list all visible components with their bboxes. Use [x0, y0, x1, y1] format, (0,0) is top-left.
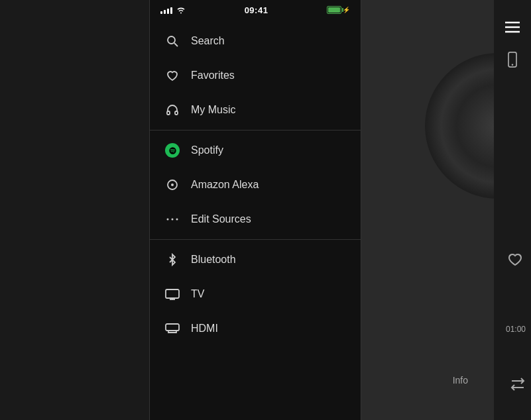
battery-icon: ⚡ — [327, 6, 350, 14]
svg-rect-2 — [167, 111, 170, 115]
device-button[interactable] — [504, 49, 521, 70]
menu-item-spotify[interactable]: Spotify — [150, 133, 361, 168]
svg-point-6 — [167, 219, 169, 221]
menu-item-hdmi[interactable]: HDMI — [150, 311, 361, 346]
spotify-icon — [163, 141, 182, 160]
menu-item-search[interactable]: Search — [150, 24, 361, 58]
info-button[interactable]: Info — [453, 375, 468, 386]
menu-label-editsources: Edit Sources — [191, 213, 251, 225]
favorite-button[interactable] — [507, 252, 523, 266]
menu-label-tv: TV — [191, 288, 204, 300]
menu-label-amazonalexa: Amazon Alexa — [191, 179, 259, 191]
signal-icon — [160, 6, 172, 14]
menu-item-mymusic[interactable]: My Music — [150, 93, 361, 127]
svg-point-0 — [168, 36, 175, 44]
menu-label-bluetooth: Bluetooth — [191, 254, 236, 266]
status-left — [160, 6, 186, 14]
svg-line-1 — [174, 43, 178, 46]
menu-label-search: Search — [191, 35, 225, 47]
charging-icon: ⚡ — [343, 7, 350, 13]
svg-rect-12 — [166, 324, 179, 331]
menu-item-editsources[interactable]: Edit Sources — [150, 202, 361, 236]
heart-icon — [163, 66, 182, 85]
nav-panel — [494, 0, 531, 420]
menu-list: Search Favorites My Music — [150, 19, 361, 351]
hamburger-button[interactable] — [502, 19, 522, 36]
headphone-icon — [163, 101, 182, 119]
hdmi-icon — [163, 319, 182, 338]
time-remaining: 01:00 — [506, 325, 526, 334]
menu-label-favorites: Favorites — [191, 70, 235, 81]
status-bar: 09:41 ⚡ — [150, 0, 361, 19]
menu-label-spotify: Spotify — [191, 144, 223, 156]
menu-label-hdmi: HDMI — [191, 323, 218, 335]
svg-rect-3 — [175, 111, 178, 115]
divider-2 — [150, 239, 361, 240]
svg-rect-9 — [166, 289, 179, 298]
phone-frame: 09:41 ⚡ Search — [149, 0, 361, 420]
wifi-icon — [176, 6, 186, 14]
svg-point-5 — [171, 184, 174, 186]
repeat-button[interactable] — [510, 378, 526, 391]
bluetooth-icon — [163, 250, 182, 269]
svg-point-8 — [176, 219, 178, 221]
divider-1 — [150, 130, 361, 131]
menu-label-mymusic: My Music — [191, 104, 236, 116]
status-right: ⚡ — [327, 6, 350, 14]
svg-point-7 — [172, 219, 174, 221]
search-icon — [163, 32, 182, 50]
menu-item-amazonalexa[interactable]: Amazon Alexa — [150, 168, 361, 202]
dots-icon — [163, 210, 182, 229]
menu-item-favorites[interactable]: Favorites — [150, 58, 361, 93]
alexa-icon — [163, 176, 182, 194]
menu-item-bluetooth[interactable]: Bluetooth — [150, 242, 361, 277]
status-time: 09:41 — [245, 5, 268, 15]
svg-point-17 — [512, 64, 514, 66]
menu-item-tv[interactable]: TV — [150, 277, 361, 311]
tv-icon — [163, 285, 182, 303]
